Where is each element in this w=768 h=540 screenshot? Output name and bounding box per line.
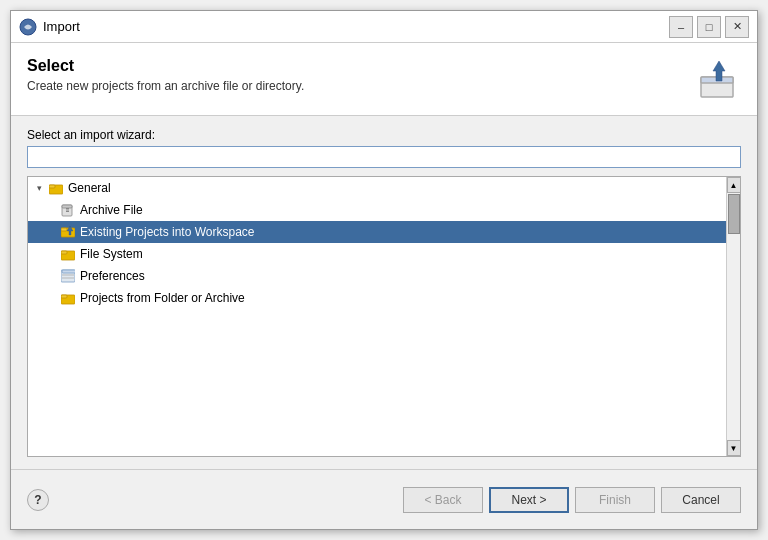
header-import-icon xyxy=(697,57,741,101)
filter-label: Select an import wizard: xyxy=(27,128,741,142)
tree-item-archive-file[interactable]: Archive File xyxy=(28,199,726,221)
back-button[interactable]: < Back xyxy=(403,487,483,513)
svg-rect-9 xyxy=(66,211,69,213)
scroll-thumb[interactable] xyxy=(728,194,740,234)
bottom-bar: ? < Back Next > Finish Cancel xyxy=(11,469,757,529)
header-text: Select Create new projects from an archi… xyxy=(27,57,304,93)
window-title: Import xyxy=(43,19,669,34)
scroll-track xyxy=(727,193,741,440)
tree-item-file-system[interactable]: File System xyxy=(28,243,726,265)
help-button[interactable]: ? xyxy=(27,489,49,511)
svg-rect-20 xyxy=(61,295,67,298)
window-icon xyxy=(19,18,37,36)
archive-file-icon xyxy=(60,202,76,218)
filter-input[interactable] xyxy=(27,146,741,168)
tree-list[interactable]: ▾ General xyxy=(28,177,726,456)
cancel-button[interactable]: Cancel xyxy=(661,487,741,513)
tree-label-archive-file: Archive File xyxy=(80,203,143,217)
close-button[interactable]: ✕ xyxy=(725,16,749,38)
folder-icon-projects xyxy=(60,290,76,306)
folder-icon-filesystem xyxy=(60,246,76,262)
folder-icon-general xyxy=(48,180,64,196)
header-section: Select Create new projects from an archi… xyxy=(11,43,757,116)
svg-rect-8 xyxy=(66,208,69,210)
prefs-icon xyxy=(60,268,76,284)
tree-label-projects-from-folder: Projects from Folder or Archive xyxy=(80,291,245,305)
svg-rect-16 xyxy=(62,270,75,273)
existing-projects-icon xyxy=(60,224,76,240)
tree-item-preferences[interactable]: Preferences xyxy=(28,265,726,287)
import-dialog: Import – □ ✕ Select Create new projects … xyxy=(10,10,758,530)
content-area: Select an import wizard: ▾ General xyxy=(11,116,757,469)
scrollbar[interactable]: ▲ ▼ xyxy=(726,177,740,456)
tree-label-existing-projects: Existing Projects into Workspace xyxy=(80,225,255,239)
header-title: Select xyxy=(27,57,304,75)
svg-rect-7 xyxy=(62,205,72,208)
maximize-button[interactable]: □ xyxy=(697,16,721,38)
nav-buttons: < Back Next > Finish Cancel xyxy=(403,487,741,513)
svg-rect-11 xyxy=(61,228,67,231)
tree-item-existing-projects[interactable]: Existing Projects into Workspace xyxy=(28,221,726,243)
tree-label-file-system: File System xyxy=(80,247,143,261)
scroll-up-button[interactable]: ▲ xyxy=(727,177,741,193)
tree-label-preferences: Preferences xyxy=(80,269,145,283)
header-description: Create new projects from an archive file… xyxy=(27,79,304,93)
finish-button[interactable]: Finish xyxy=(575,487,655,513)
svg-rect-5 xyxy=(49,185,55,188)
tree-label-general: General xyxy=(68,181,111,195)
minimize-button[interactable]: – xyxy=(669,16,693,38)
tree-item-projects-from-folder[interactable]: Projects from Folder or Archive xyxy=(28,287,726,309)
svg-rect-14 xyxy=(61,251,67,254)
scroll-down-button[interactable]: ▼ xyxy=(727,440,741,456)
window-controls: – □ ✕ xyxy=(669,16,749,38)
next-button[interactable]: Next > xyxy=(489,487,569,513)
title-bar: Import – □ ✕ xyxy=(11,11,757,43)
toggle-general: ▾ xyxy=(32,181,46,195)
tree-item-general[interactable]: ▾ General xyxy=(28,177,726,199)
tree-container: ▾ General xyxy=(27,176,741,457)
